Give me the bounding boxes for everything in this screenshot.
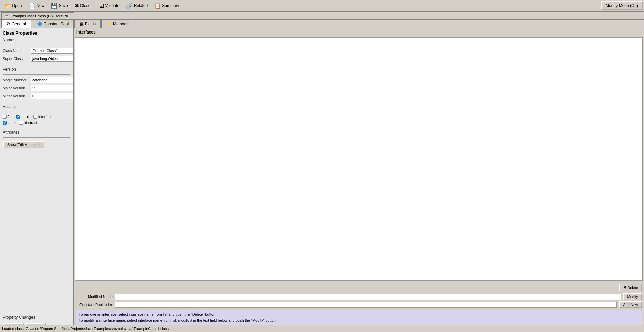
public-checkbox-item[interactable]: public [16,115,31,119]
interface-label: interface [38,115,52,119]
save-button[interactable]: 💾 Save [48,1,71,10]
save-icon: 💾 [51,3,58,9]
divider-version-top [3,64,70,64]
tab-general[interactable]: ⚙ General [1,20,31,28]
constant-pool-icon: 🔷 [37,21,42,26]
modified-name-input[interactable] [115,294,621,300]
constant-pool-index-row: Constant Pool Index Add New [76,301,642,308]
methods-icon: ⚡ [106,21,112,26]
attributes-section: Show/Edit Attributes [0,139,73,150]
divider-property-changes [3,312,70,312]
fields-icon: ▦ [79,21,84,26]
major-version-label: Major Version [3,86,30,90]
divider-attributes-bottom [3,137,70,138]
constant-pool-index-input[interactable] [115,302,617,308]
modify-label: Modify [627,295,638,299]
tab-fields-label: Fields [85,22,96,26]
abstract-label: abstract [24,121,37,125]
inner-tab-bar: ⚙ General 🔷 Constant Pool ▦ Fields ⚡ Met… [0,20,644,28]
divider-access-bottom [3,112,70,112]
super-checkbox[interactable] [3,121,7,125]
right-panel: Interfaces ✖ Delete Modified Name [74,28,644,332]
tab-methods-label: Methods [113,22,128,26]
open-icon: 📂 [4,3,11,9]
divider-attributes-top [3,127,70,127]
tab-general-label: General [12,22,26,26]
close-icon: ✖ [75,3,79,9]
toolbar-separator [95,2,95,10]
final-checkbox-item[interactable]: final [3,115,14,119]
divider-names [3,45,70,45]
class-properties-title: Class Properties [0,28,73,36]
constant-pool-index-label: Constant Pool Index [76,303,113,307]
file-tab-label: ExampleClass1.class (C:\Users\Ru... [11,14,71,18]
modified-name-row: Modified Name Modify [76,293,642,300]
final-checkbox[interactable] [3,115,7,119]
related-icon: 🔗 [126,3,133,9]
close-label: Close [80,3,91,8]
main-content: Class Properties Names Class Name Super … [0,28,644,332]
validate-button[interactable]: ☑ Validate [96,1,122,10]
minor-version-row: Minor Version [0,92,73,100]
final-label: final [8,115,14,119]
tab-constant-pool[interactable]: 🔷 Constant Pool [32,20,74,28]
save-label: Save [59,3,68,8]
tab-fields[interactable]: ▦ Fields [74,20,101,28]
validate-icon: ☑ [99,3,104,9]
major-version-input[interactable] [31,85,74,91]
magic-number-label: Magic Number [3,78,30,82]
minor-version-label: Minor Version [3,94,30,98]
summary-icon: 📋 [154,3,161,9]
interfaces-title: Interfaces [74,28,644,36]
related-button[interactable]: 🔗 Related [123,1,151,10]
interface-checkbox[interactable] [33,115,37,119]
add-new-button[interactable]: Add New [619,301,642,308]
class-name-input[interactable] [31,48,74,54]
help-line-2: To modify an interface name, select inte… [79,318,639,324]
new-icon: 📄 [29,3,35,9]
add-new-label: Add New [623,303,638,307]
modify-mode-label: Modify Mode (On) [606,3,638,8]
delete-label: Delete [627,286,638,290]
tab-methods[interactable]: ⚡ Methods [101,20,133,28]
summary-button[interactable]: 📋 Summary [151,1,182,10]
access-row-1: final public interface [0,114,73,120]
show-edit-attributes-button[interactable]: Show/Edit Attributes [3,141,44,148]
open-button[interactable]: 📂 Open [1,1,25,10]
major-version-row: Major Version [0,84,73,92]
delete-icon: ✖ [623,285,626,290]
new-label: New [36,3,44,8]
super-checkbox-item[interactable]: super [3,121,17,125]
file-tab[interactable]: ☕ ExampleClass1.class (C:\Users\Ru... [1,12,74,19]
modify-button[interactable]: Modify [623,293,642,300]
delete-button[interactable]: ✖ Delete [619,284,642,291]
access-title: Access [0,103,73,111]
property-changes-title: Property Changes [0,314,73,321]
super-class-input[interactable] [31,56,74,62]
related-label: Related [134,3,148,8]
divider-access-top [3,102,70,102]
left-panel: Class Properties Names Class Name Super … [0,28,74,332]
abstract-checkbox-item[interactable]: abstract [19,121,37,125]
close-button[interactable]: ✖ Close [72,1,94,10]
summary-label: Summary [162,3,179,8]
modify-mode-button[interactable]: Modify Mode (On) [601,1,643,10]
magic-number-row: Magic Number [0,76,73,84]
super-class-row: Super Class [0,55,73,63]
interface-checkbox-item[interactable]: interface [33,115,52,119]
public-checkbox[interactable] [16,115,20,119]
status-text: Loaded class: C:\Users\Rupam Saini\IdeaP… [2,327,169,331]
content-panel: Class Properties Names Class Name Super … [0,28,644,332]
abstract-checkbox[interactable] [19,121,23,125]
version-title: Version [0,66,73,73]
new-button[interactable]: 📄 New [25,1,47,10]
minor-version-input[interactable] [31,93,74,99]
magic-number-input[interactable] [31,77,74,83]
file-tab-bar: ☕ ExampleClass1.class (C:\Users\Ru... [0,12,644,20]
general-icon: ⚙ [6,21,10,26]
modified-name-label: Modified Name [76,295,113,299]
access-row-2: super abstract [0,120,73,126]
toolbar: 📂 Open 📄 New 💾 Save ✖ Close ☑ Validate 🔗… [0,0,644,12]
divider-version-bottom [3,74,70,75]
delete-bar: ✖ Delete [74,282,644,293]
